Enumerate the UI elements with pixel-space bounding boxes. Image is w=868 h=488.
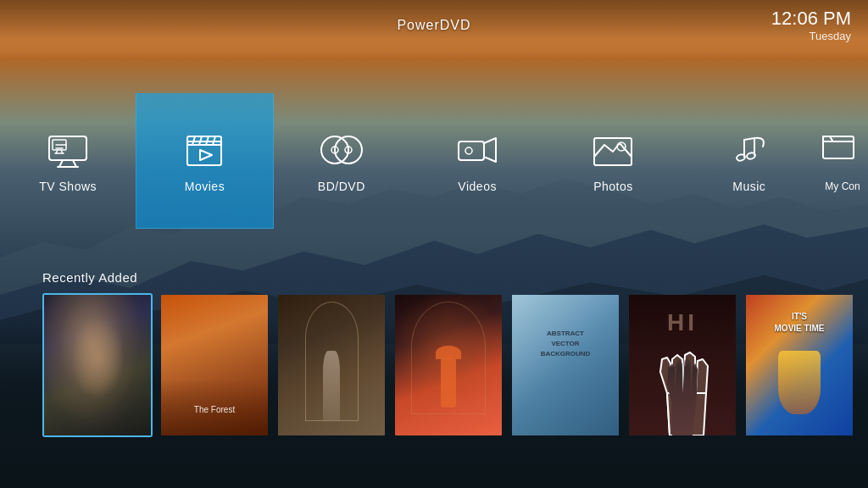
svg-point-30 [746, 152, 755, 159]
music-label: Music [732, 180, 765, 193]
photos-icon [587, 129, 638, 171]
movie-card-1[interactable] [42, 293, 153, 437]
movie-card-3[interactable] [276, 293, 387, 437]
svg-marker-22 [484, 138, 496, 162]
nav-item-my-content[interactable]: My Con [817, 93, 868, 229]
svg-rect-21 [459, 141, 484, 160]
clock: 12:06 PM Tuesday [771, 8, 851, 42]
videos-icon [452, 129, 503, 171]
bddvd-label: BD/DVD [318, 180, 365, 193]
photos-label: Photos [593, 180, 633, 193]
tv-shows-label: TV Shows [39, 180, 97, 193]
nav-item-music[interactable]: Music [682, 93, 817, 229]
nav-item-movies[interactable]: Movies [136, 93, 273, 229]
clock-day: Tuesday [771, 30, 851, 42]
svg-line-2 [73, 160, 76, 167]
svg-line-28 [744, 138, 754, 140]
movie-card-6[interactable]: HI [627, 293, 737, 437]
header: PowerDVD 12:06 PM Tuesday [0, 0, 868, 51]
videos-label: Videos [458, 180, 497, 193]
movie-card-4[interactable] [393, 293, 504, 437]
my-content-icon [821, 130, 864, 172]
svg-rect-31 [823, 136, 854, 158]
movie-card-2[interactable]: The Forest [159, 293, 270, 437]
app-title: PowerDVD [397, 18, 470, 33]
svg-point-23 [465, 147, 472, 154]
movie-grid: The Forest [0, 293, 868, 437]
nav-item-bddvd[interactable]: BD/DVD [274, 93, 409, 229]
nav-item-photos[interactable]: Photos [545, 93, 681, 229]
nav-menu: TV Shows Movies [0, 93, 868, 229]
section-title: Recently Added [0, 270, 868, 293]
my-content-label: My Con [825, 180, 860, 192]
svg-point-29 [736, 153, 745, 161]
svg-line-1 [59, 160, 63, 167]
music-icon [724, 129, 775, 171]
svg-marker-16 [200, 150, 212, 160]
card-7-text: IT'SMOVIE TIME [751, 311, 847, 335]
movies-label: Movies [185, 180, 225, 193]
nav-item-videos[interactable]: Videos [409, 93, 545, 229]
movie-card-5[interactable]: ABSTRACTVECTORBACKGROUND [510, 293, 620, 437]
recently-added-section: Recently Added The Forest [0, 270, 868, 437]
svg-point-25 [617, 142, 626, 151]
movie-card-7[interactable]: IT'SMOVIE TIME [744, 293, 854, 437]
movies-icon [179, 129, 230, 171]
card-2-label: The Forest [161, 405, 268, 414]
clock-time: 12:06 PM [771, 8, 851, 29]
tv-shows-icon [42, 129, 93, 171]
nav-item-tv-shows[interactable]: TV Shows [0, 93, 136, 229]
card-5-text: ABSTRACTVECTORBACKGROUND [523, 329, 609, 359]
bddvd-icon [316, 129, 367, 171]
